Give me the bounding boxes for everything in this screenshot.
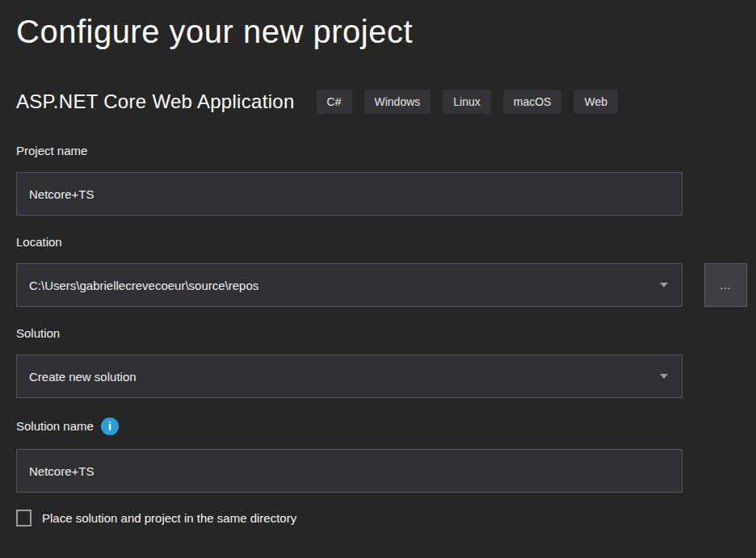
location-row: C:\Users\gabriellecrevecoeur\source\repo… (16, 263, 756, 307)
solution-label: Solution (16, 326, 756, 341)
location-value: C:\Users\gabriellecrevecoeur\source\repo… (29, 279, 258, 292)
solution-combobox[interactable]: Create new solution (16, 355, 682, 398)
configure-project-dialog: Configure your new project ASP.NET Core … (0, 0, 756, 527)
same-directory-label: Place solution and project in the same d… (42, 511, 296, 525)
solution-name-label: Solution name (16, 419, 94, 434)
tag-project-type-web: Web (573, 90, 618, 114)
solution-name-label-row: Solution name i (16, 417, 756, 435)
tag-language-csharp: C# (317, 90, 352, 114)
chevron-down-icon (660, 374, 668, 379)
project-config-form: Project name Location C:\Users\gabrielle… (16, 144, 756, 527)
project-name-field: Project name (16, 144, 756, 216)
template-name: ASP.NET Core Web Application (16, 90, 295, 113)
project-name-input[interactable] (16, 172, 682, 216)
solution-value: Create new solution (29, 370, 136, 384)
chevron-down-icon (660, 283, 668, 287)
browse-location-button[interactable]: ... (704, 263, 747, 307)
solution-name-field: Solution name i (16, 417, 756, 493)
solution-name-input[interactable] (16, 449, 682, 493)
same-directory-checkbox[interactable] (16, 510, 32, 527)
solution-field: Solution Create new solution (16, 326, 756, 398)
same-directory-row: Place solution and project in the same d… (16, 510, 756, 527)
template-row: ASP.NET Core Web Application C# Windows … (16, 90, 756, 114)
project-name-label: Project name (16, 144, 756, 158)
tag-platform-linux: Linux (443, 90, 490, 114)
location-field: Location C:\Users\gabriellecrevecoeur\so… (16, 235, 756, 307)
tag-platform-windows: Windows (364, 90, 431, 114)
page-title: Configure your new project (16, 11, 756, 52)
tag-platform-macos: macOS (503, 90, 562, 114)
location-label: Location (16, 235, 756, 250)
location-combobox[interactable]: C:\Users\gabriellecrevecoeur\source\repo… (16, 263, 682, 307)
info-icon[interactable]: i (101, 417, 119, 435)
